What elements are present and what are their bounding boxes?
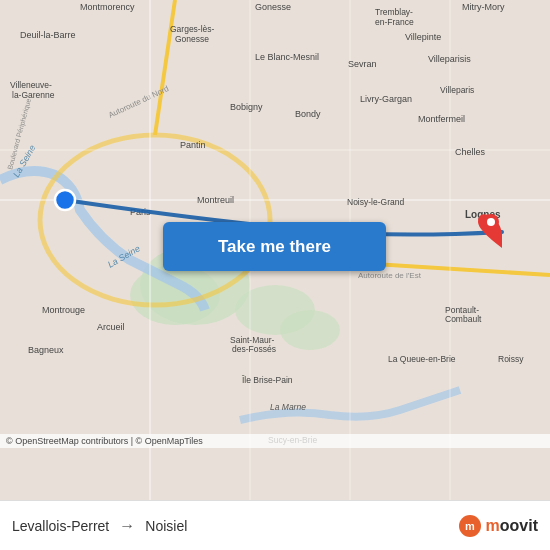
svg-text:Roissy: Roissy bbox=[498, 354, 524, 364]
svg-text:Combault: Combault bbox=[445, 314, 482, 324]
svg-text:Gonesse: Gonesse bbox=[175, 34, 209, 44]
svg-text:Bobigny: Bobigny bbox=[230, 102, 263, 112]
take-me-there-button[interactable]: Take me there bbox=[163, 222, 386, 271]
svg-point-56 bbox=[487, 218, 495, 226]
svg-text:en-France: en-France bbox=[375, 17, 414, 27]
svg-text:Chelles: Chelles bbox=[455, 147, 486, 157]
svg-text:Villeparis: Villeparis bbox=[440, 85, 474, 95]
svg-text:m: m bbox=[465, 520, 475, 532]
map-attribution: © OpenStreetMap contributors | © OpenMap… bbox=[0, 434, 550, 448]
svg-text:la-Garenne: la-Garenne bbox=[12, 90, 55, 100]
svg-text:Île Brise-Pain: Île Brise-Pain bbox=[241, 375, 293, 385]
svg-text:Tremblay-: Tremblay- bbox=[375, 7, 413, 17]
svg-text:Villeparisis: Villeparisis bbox=[428, 54, 471, 64]
svg-text:Le Blanc-Mesnil: Le Blanc-Mesnil bbox=[255, 52, 319, 62]
svg-point-54 bbox=[55, 190, 75, 210]
svg-text:Autoroute de l'Est: Autoroute de l'Est bbox=[358, 271, 422, 280]
moovit-text: moovit bbox=[486, 517, 538, 535]
svg-text:Pantin: Pantin bbox=[180, 140, 206, 150]
svg-text:Bondy: Bondy bbox=[295, 109, 321, 119]
svg-text:Montreuil: Montreuil bbox=[197, 195, 234, 205]
svg-text:Sevran: Sevran bbox=[348, 59, 377, 69]
destination-label: Noisiel bbox=[145, 518, 187, 534]
svg-text:Montmorency: Montmorency bbox=[80, 2, 135, 12]
route-info: Levallois-Perret → Noisiel bbox=[12, 517, 187, 535]
moovit-logo: m moovit bbox=[458, 514, 538, 538]
svg-text:Villeneuve-: Villeneuve- bbox=[10, 80, 52, 90]
svg-point-4 bbox=[280, 310, 340, 350]
svg-text:Deuil-la-Barre: Deuil-la-Barre bbox=[20, 30, 76, 40]
svg-text:des-Fossés: des-Fossés bbox=[232, 344, 276, 354]
moovit-bus-icon: m bbox=[458, 514, 482, 538]
arrow-icon: → bbox=[119, 517, 135, 535]
svg-text:Montrouge: Montrouge bbox=[42, 305, 85, 315]
svg-text:Arcueil: Arcueil bbox=[97, 322, 125, 332]
svg-text:Noisy-le-Grand: Noisy-le-Grand bbox=[347, 197, 404, 207]
svg-text:Gonesse: Gonesse bbox=[255, 2, 291, 12]
svg-text:La Marne: La Marne bbox=[270, 402, 306, 412]
map-container: La Seine La Seine Autoroute du Nord Auto… bbox=[0, 0, 550, 500]
svg-text:Bagneux: Bagneux bbox=[28, 345, 64, 355]
svg-text:Villepinte: Villepinte bbox=[405, 32, 441, 42]
svg-text:La Queue-en-Brie: La Queue-en-Brie bbox=[388, 354, 456, 364]
svg-text:Livry-Gargan: Livry-Gargan bbox=[360, 94, 412, 104]
bottom-bar: Levallois-Perret → Noisiel m moovit bbox=[0, 500, 550, 550]
svg-text:Garges-lès-: Garges-lès- bbox=[170, 24, 215, 34]
svg-text:Montfermeil: Montfermeil bbox=[418, 114, 465, 124]
svg-text:Mitry-Mory: Mitry-Mory bbox=[462, 2, 505, 12]
origin-label: Levallois-Perret bbox=[12, 518, 109, 534]
